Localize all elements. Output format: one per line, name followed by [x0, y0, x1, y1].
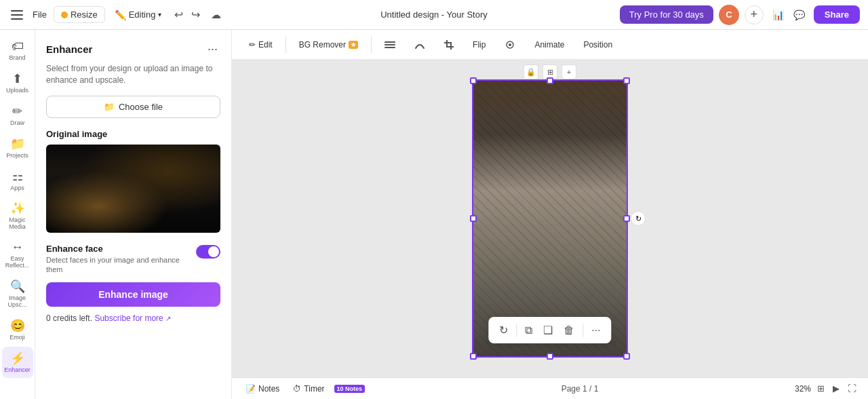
original-image-content — [46, 145, 220, 233]
add-collaborator-button[interactable]: + — [745, 5, 764, 24]
float-duplicate-button[interactable]: ❏ — [540, 321, 555, 339]
enhancer-icon: ⚡ — [10, 351, 25, 366]
canvas-toolbar: ✏ Edit BG Remover ★ — [232, 30, 868, 60]
brand-icon: 🏷 — [12, 39, 24, 54]
sidebar-label-easy-reflect: Easy Reflect... — [5, 256, 31, 269]
redo-button[interactable]: ↪ — [188, 5, 203, 24]
animate-button[interactable]: Animate — [527, 36, 572, 54]
share-button[interactable]: Share — [814, 5, 860, 24]
notes-icon: 📝 — [245, 384, 256, 394]
float-rotate-button[interactable]: ↻ — [496, 321, 511, 339]
file-menu-button[interactable]: File — [30, 7, 50, 22]
hamburger-menu-button[interactable] — [8, 7, 26, 22]
float-divider-2 — [583, 324, 583, 337]
canvas-image[interactable] — [472, 79, 628, 358]
canvas-viewport[interactable]: 🔒 ⊞ + ↻ — [232, 60, 868, 377]
sidebar-item-image-upsc[interactable]: 🔍 Image Upsc... — [2, 275, 33, 313]
lines-icon — [384, 41, 395, 48]
effects-button[interactable] — [497, 36, 523, 54]
sidebar-item-apps[interactable]: ⚏ Apps — [2, 165, 33, 196]
analytics-icon-button[interactable]: 📊 — [769, 6, 787, 24]
panel-description: Select from your design or upload an ima… — [46, 63, 220, 86]
lock-handle[interactable]: 🔒 — [524, 64, 538, 79]
position-button[interactable]: Position — [576, 36, 620, 54]
sidebar-item-magic-media[interactable]: ✨ Magic Media — [2, 197, 33, 235]
svg-point-7 — [509, 43, 511, 46]
float-divider-1 — [516, 324, 517, 337]
cloud-save-button[interactable]: ☁ — [208, 5, 224, 24]
resize-dot — [61, 12, 68, 18]
lines-button[interactable] — [377, 37, 403, 52]
rotate-handle[interactable]: ↻ — [631, 211, 646, 226]
timer-label: Timer — [304, 384, 324, 394]
editing-button[interactable]: ✏️ Editing ▾ — [109, 7, 167, 23]
enhance-image-button[interactable]: Enhance image — [46, 282, 220, 307]
panel-more-button[interactable]: ··· — [205, 41, 220, 58]
sidebar-item-brand[interactable]: 🏷 Brand — [2, 35, 33, 66]
float-more-button[interactable]: ··· — [589, 322, 603, 339]
float-delete-button[interactable]: 🗑 — [561, 322, 577, 339]
comments-icon-button[interactable]: 💬 — [790, 6, 808, 24]
sidebar-item-projects[interactable]: 📁 Projects — [2, 132, 33, 164]
magic-media-icon: ✨ — [10, 201, 25, 216]
floating-toolbar: ↻ ⧉ ❏ 🗑 ··· — [488, 317, 611, 343]
upload-icon: 📁 — [104, 102, 115, 112]
page-indicator: Page 1 / 1 — [561, 384, 599, 394]
choose-file-label: Choose file — [119, 102, 163, 112]
grid-view-button[interactable]: ⊞ — [815, 381, 827, 396]
easy-reflect-icon: ↔ — [12, 240, 24, 254]
editing-label: Editing — [129, 10, 156, 20]
flip-button[interactable]: Flip — [465, 36, 493, 54]
svg-rect-2 — [11, 18, 23, 20]
notes-button[interactable]: 📝 Notes — [241, 382, 283, 396]
position-label: Position — [583, 40, 612, 50]
bottom-left: 📝 Notes ⏱ Timer 10 Notes — [241, 382, 365, 396]
timer-button[interactable]: ⏱ Timer — [289, 382, 328, 396]
crop-button[interactable] — [437, 36, 461, 54]
svg-rect-3 — [384, 41, 395, 43]
uploads-icon: ⬆ — [12, 71, 22, 86]
flip-label: Flip — [473, 40, 486, 50]
float-copy-button[interactable]: ⧉ — [522, 322, 535, 339]
sidebar-label-draw: Draw — [10, 120, 24, 127]
curve-button[interactable] — [407, 36, 433, 54]
pro-trial-button[interactable]: Try Pro for 30 days — [620, 5, 713, 24]
notes-count-badge: 10 Notes — [334, 385, 366, 393]
svg-rect-0 — [11, 10, 23, 12]
bottom-bar: 📝 Notes ⏱ Timer 10 Notes Page 1 / 1 32% … — [232, 377, 868, 399]
timer-icon: ⏱ — [293, 384, 301, 394]
canvas-area: ✏ Edit BG Remover ★ — [232, 30, 868, 399]
enhance-face-toggle[interactable] — [196, 245, 220, 259]
subscribe-link[interactable]: Subscribe for more — [94, 314, 163, 323]
resize-label: Resize — [71, 10, 98, 20]
enhance-face-title: Enhance face — [46, 244, 196, 254]
enhancer-panel: Enhancer ··· Select from your design or … — [35, 30, 232, 399]
choose-file-button[interactable]: 📁 Choose file — [46, 96, 220, 118]
sidebar-item-easy-reflect[interactable]: ↔ Easy Reflect... — [2, 236, 33, 273]
emoji-icon: 😊 — [10, 318, 25, 333]
document-title: Untitled design - Your Story — [380, 10, 488, 20]
add-handle[interactable]: + — [561, 64, 576, 79]
topbar-left: File Resize ✏️ Editing ▾ ↩ ↪ ☁ — [8, 5, 224, 24]
user-avatar-button[interactable]: C — [719, 5, 739, 25]
curve-icon — [414, 40, 425, 50]
fullscreen-button[interactable]: ⛶ — [846, 381, 859, 396]
sidebar-item-enhancer[interactable]: ⚡ Enhancer — [2, 347, 33, 378]
undo-button[interactable]: ↩ — [171, 5, 186, 24]
sidebar-label-apps: Apps — [10, 185, 24, 192]
sidebar-label-emoji: Emoji — [9, 335, 25, 341]
resize-button[interactable]: Resize — [54, 6, 105, 23]
sidebar-label-enhancer: Enhancer — [4, 367, 31, 374]
topbar-icon-group: 📊 💬 — [769, 6, 808, 24]
copy-handle[interactable]: ⊞ — [542, 64, 557, 79]
edit-toolbar-button[interactable]: ✏ Edit — [241, 36, 280, 54]
canvas-frame[interactable]: 🔒 ⊞ + ↻ — [472, 79, 628, 358]
bg-remover-button[interactable]: BG Remover ★ — [292, 36, 366, 54]
sidebar-item-emoji[interactable]: 😊 Emoji — [2, 314, 33, 345]
sidebar-item-uploads[interactable]: ⬆ Uploads — [2, 67, 33, 98]
pencil-icon: ✏️ — [115, 10, 126, 20]
edit-icon: ✏ — [249, 40, 256, 50]
sidebar-item-draw[interactable]: ✏ Draw — [2, 100, 33, 131]
present-button[interactable]: ▶ — [831, 381, 842, 396]
sidebar-icons: 🏷 Brand ⬆ Uploads ✏ Draw 📁 Projects ⚏ Ap… — [0, 30, 35, 399]
